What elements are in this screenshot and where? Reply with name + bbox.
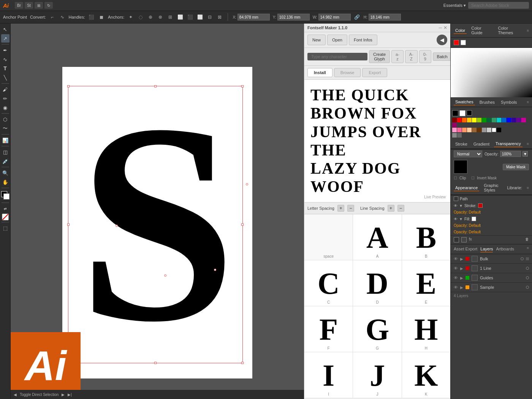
layer-lock-sample[interactable] — [526, 286, 529, 289]
swatches-expand[interactable]: ≡ — [527, 100, 529, 104]
background-color[interactable] — [3, 193, 10, 200]
sw-1[interactable] — [452, 118, 457, 122]
layer-eye-sample[interactable]: 👁 — [454, 285, 458, 290]
handle-type-1-icon[interactable]: ⬛ — [88, 14, 95, 21]
anchor-4-icon[interactable]: ⊗ — [157, 14, 164, 21]
letter-spacing-minus[interactable]: − — [347, 205, 354, 212]
canvas-nav-right[interactable]: ▶ — [62, 393, 65, 397]
toggle-direct-selection[interactable]: Toggle Direct Selection — [20, 393, 59, 397]
swap-colors-icon[interactable]: ⇄ — [1, 204, 10, 213]
type-tool[interactable]: T — [1, 64, 10, 73]
sw-22[interactable] — [477, 128, 481, 132]
libraries-tab[interactable]: Librarie: — [505, 185, 524, 191]
handle-type-2-icon[interactable]: ◼ — [98, 14, 105, 21]
appear-foot-layer[interactable] — [461, 237, 467, 242]
line-spacing-plus[interactable]: + — [388, 205, 394, 212]
checkbox-clip[interactable]: ☐ — [454, 176, 457, 180]
checkbox-invert[interactable]: ☐ — [471, 176, 475, 180]
warp-tool[interactable]: 〜 — [1, 124, 10, 133]
swatches-tab[interactable]: Swatches — [454, 99, 475, 105]
stroke-arrow[interactable]: ▼ — [459, 204, 463, 208]
glyph-cell-H[interactable]: H H — [402, 306, 450, 352]
appear-foot-del[interactable]: 🗑 — [525, 237, 529, 242]
graphic-styles-tab[interactable]: Graphic Styles — [482, 182, 502, 193]
align-right-icon[interactable]: ⬜ — [196, 14, 203, 21]
layer-eye-bulk[interactable]: 👁 — [454, 256, 458, 261]
install-button[interactable]: Install — [307, 68, 332, 77]
line-tool[interactable]: ╲ — [1, 73, 10, 82]
sw-7[interactable] — [482, 118, 486, 122]
layer-lock-bulk[interactable] — [521, 257, 524, 260]
curvature-tool[interactable]: ∿ — [1, 55, 10, 63]
glyph-cell-A[interactable]: A A — [353, 214, 402, 260]
workspace-label[interactable]: Essentials ▾ — [443, 3, 466, 8]
opacity-input[interactable] — [500, 151, 521, 157]
blend-mode-select[interactable]: Normal — [454, 150, 482, 157]
asset-export-tab[interactable]: Asset Export — [454, 246, 477, 252]
layer-lock-guides[interactable] — [526, 276, 529, 279]
layer-row-guides[interactable]: 👁 ▶ Guides — [451, 273, 532, 283]
layers-expand[interactable]: ≡ — [527, 246, 529, 252]
char-input[interactable] — [307, 53, 367, 60]
align-center-icon[interactable]: ⬛ — [187, 14, 193, 21]
graph-tool[interactable]: 📊 — [1, 136, 10, 144]
symbols-tab[interactable]: Symbols — [499, 99, 518, 105]
sw-11[interactable] — [502, 118, 506, 122]
grid-icon[interactable]: ⊞ — [35, 2, 43, 9]
transparency-tab[interactable]: Transparency — [494, 141, 522, 147]
layer-eye-1line[interactable]: 👁 — [454, 266, 458, 271]
layer-arrow-sample[interactable]: ▶ — [460, 285, 463, 290]
layer-row-bulk[interactable]: 👁 ▶ Bulk — [451, 254, 532, 264]
glyph-cell-D[interactable]: D D — [353, 260, 402, 306]
glyph-cell-K[interactable]: K K — [402, 352, 450, 398]
sw-25[interactable] — [492, 128, 496, 132]
h-value[interactable]: 18.146 mm — [369, 14, 401, 21]
letter-spacing-plus[interactable]: + — [337, 205, 344, 212]
convert-smooth-icon[interactable]: ∿ — [59, 14, 66, 21]
sync-icon[interactable]: ↻ — [44, 2, 53, 9]
glyph-cell-E[interactable]: E E — [402, 260, 450, 306]
glyph-cell-space[interactable]: space — [304, 214, 353, 260]
stock-search[interactable] — [468, 2, 529, 9]
blob-tool[interactable]: ◉ — [1, 103, 10, 112]
zoom-tool[interactable]: 🔍 — [1, 169, 10, 177]
canvas-nav-pages[interactable]: ▶| — [68, 393, 72, 397]
batch-09-button[interactable]: 0-9 — [419, 50, 431, 63]
layer-row-1line[interactable]: 👁 ▶ 1 Line — [451, 264, 532, 273]
color-gradient[interactable] — [451, 48, 532, 97]
appearance-expand[interactable]: ≡ — [527, 186, 529, 190]
pencil-tool[interactable]: ✏ — [1, 94, 10, 103]
anchor-5-icon[interactable]: ⊞ — [167, 14, 174, 21]
sw-4[interactable] — [467, 118, 472, 122]
swatch-white[interactable] — [459, 110, 466, 116]
swatch-solid[interactable] — [467, 110, 472, 116]
sw-9[interactable] — [492, 118, 496, 122]
stroke-panel-expand[interactable]: ≡ — [527, 142, 529, 146]
sw-18[interactable] — [457, 128, 462, 132]
fill-opacity-label[interactable]: Opacity: Default — [454, 223, 481, 228]
stroke-opacity-label[interactable]: Opacity: Default — [454, 210, 481, 214]
fill-arrow[interactable]: ▼ — [459, 217, 463, 221]
distrib-v-icon[interactable]: ⊠ — [216, 14, 223, 21]
batch-AZ-button[interactable]: A-Z — [405, 50, 418, 63]
stock-icon[interactable]: St — [25, 2, 33, 9]
glyph-cell-F[interactable]: F F — [304, 306, 353, 352]
glyph-cell-G[interactable]: G G — [353, 306, 402, 352]
open-font-button[interactable]: Open — [327, 35, 347, 45]
glyph-cell-J[interactable]: J J — [353, 352, 402, 398]
color-panel-expand[interactable]: ≡ — [527, 28, 529, 33]
sw-8[interactable] — [487, 118, 491, 122]
appear-foot-fx[interactable]: fx — [469, 237, 472, 242]
anchor-3-icon[interactable]: ⊕ — [147, 14, 154, 21]
sw-6[interactable] — [477, 118, 481, 122]
font-infos-button[interactable]: Font Infos — [349, 35, 377, 45]
fill-eye[interactable]: 👁 — [454, 217, 458, 221]
export-button[interactable]: Export — [362, 68, 387, 77]
pen-tool[interactable]: ✒ — [1, 46, 10, 54]
layer-arrow-1line[interactable]: ▶ — [460, 266, 463, 271]
sw-24[interactable] — [487, 128, 491, 132]
sw-3[interactable] — [462, 118, 467, 122]
sw-texture-1[interactable] — [452, 133, 457, 138]
gradient-tool[interactable]: ◫ — [1, 148, 10, 156]
convert-corner-icon[interactable]: ⌐ — [49, 14, 56, 21]
